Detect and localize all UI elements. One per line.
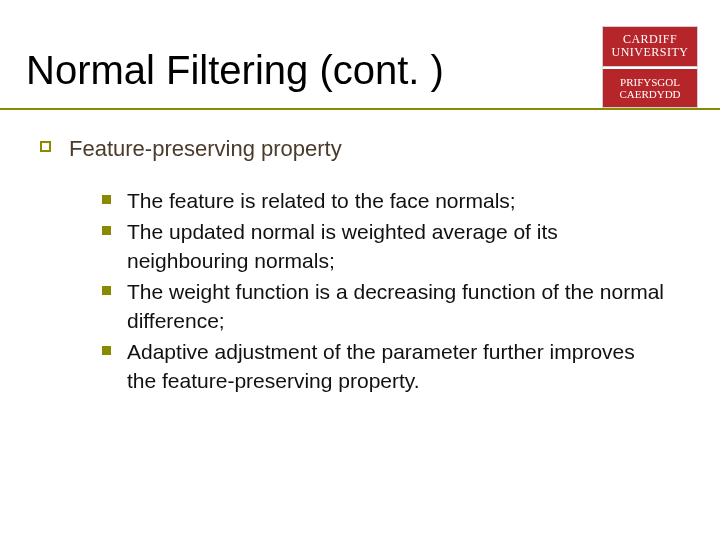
bullet-level1-text: Feature-preserving property bbox=[69, 134, 342, 164]
logo-bottom-line2: CAERDYDD bbox=[619, 88, 680, 100]
bullet-level2: Adaptive adjustment of the parameter fur… bbox=[102, 337, 680, 395]
slide-body: Feature-preserving property The feature … bbox=[40, 134, 680, 397]
slide-title: Normal Filtering (cont. ) bbox=[26, 48, 444, 93]
solid-square-bullet-icon bbox=[102, 286, 111, 295]
title-underline bbox=[0, 108, 720, 110]
logo-bottom-line1: PRIFYSGOL bbox=[620, 76, 680, 88]
bullet-level2-group: The feature is related to the face norma… bbox=[102, 186, 680, 395]
bullet-level2-text: The weight function is a decreasing func… bbox=[127, 277, 667, 335]
hollow-square-bullet-icon bbox=[40, 141, 51, 152]
bullet-level1: Feature-preserving property bbox=[40, 134, 680, 164]
logo-bottom-text: PRIFYSGOL CAERDYDD bbox=[619, 76, 680, 100]
solid-square-bullet-icon bbox=[102, 226, 111, 235]
logo-top-text: CARDIFF UNIVERSITY bbox=[612, 33, 689, 59]
logo-top-line2: UNIVERSITY bbox=[612, 45, 689, 59]
logo-bottom: PRIFYSGOL CAERDYDD bbox=[602, 67, 698, 109]
bullet-level2: The updated normal is weighted average o… bbox=[102, 217, 680, 275]
solid-square-bullet-icon bbox=[102, 346, 111, 355]
bullet-level2: The feature is related to the face norma… bbox=[102, 186, 680, 215]
slide: Normal Filtering (cont. ) CARDIFF UNIVER… bbox=[0, 0, 720, 540]
bullet-level2: The weight function is a decreasing func… bbox=[102, 277, 680, 335]
bullet-level2-text: The updated normal is weighted average o… bbox=[127, 217, 667, 275]
bullet-level2-text: Adaptive adjustment of the parameter fur… bbox=[127, 337, 667, 395]
logo-top: CARDIFF UNIVERSITY bbox=[602, 26, 698, 67]
logo-top-line1: CARDIFF bbox=[623, 32, 677, 46]
bullet-level2-text: The feature is related to the face norma… bbox=[127, 186, 516, 215]
solid-square-bullet-icon bbox=[102, 195, 111, 204]
university-logo: CARDIFF UNIVERSITY PRIFYSGOL CAERDYDD bbox=[602, 26, 698, 108]
